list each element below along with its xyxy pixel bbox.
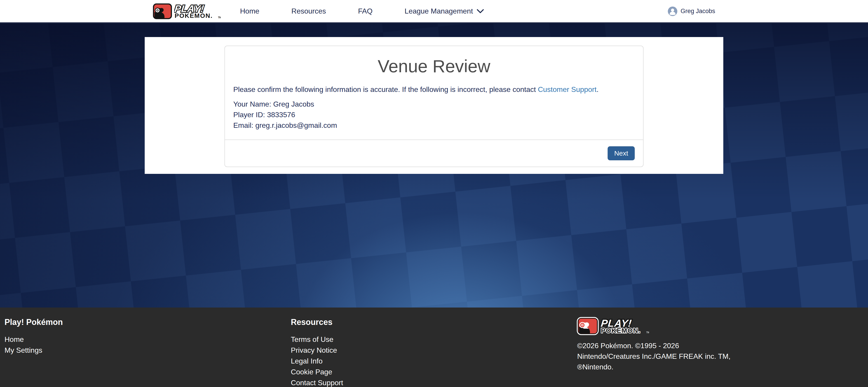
footer-link-privacy-notice[interactable]: Privacy Notice (291, 346, 577, 354)
footer-heading-play-pokemon: Play! Pokémon (4, 318, 291, 327)
confirmation-instructions: Please confirm the following information… (234, 85, 635, 94)
player-info-fields: Your Name: Greg Jacobs Player ID: 383357… (234, 99, 635, 131)
play-pokemon-wordmark: PLAY! POKÉMON. TM (174, 4, 221, 19)
footer-column-resources: Resources Terms of Use Privacy Notice Le… (291, 318, 577, 387)
card-footer: Next (225, 139, 643, 167)
nav-item-faq[interactable]: FAQ (358, 7, 373, 15)
footer-column-play-pokemon: Play! Pokémon Home My Settings (4, 318, 291, 387)
field-player-id-label: Player ID: (234, 110, 265, 119)
field-player-id-value: 3833576 (267, 110, 295, 119)
footer-link-terms-of-use[interactable]: Terms of Use (291, 335, 577, 344)
field-your-name: Your Name: Greg Jacobs (234, 99, 635, 109)
footer-link-cookie-page[interactable]: Cookie Page (291, 368, 577, 376)
nav-item-home[interactable]: Home (240, 7, 259, 15)
primary-nav: Home Resources FAQ League Management (240, 7, 485, 15)
field-email: Email: greg.r.jacobs@gmail.com (234, 120, 635, 131)
footer-link-contact-support[interactable]: Contact Support (291, 379, 577, 387)
field-email-value: greg.r.jacobs@gmail.com (255, 121, 337, 129)
nav-item-league-management[interactable]: League Management (405, 7, 484, 15)
intro-text-end: . (596, 85, 598, 94)
field-your-name-label: Your Name: (234, 100, 271, 108)
nav-item-league-management-label: League Management (405, 7, 473, 15)
svg-text:POKÉMON.: POKÉMON. (601, 327, 641, 334)
next-button[interactable]: Next (608, 146, 635, 160)
nav-item-resources[interactable]: Resources (291, 7, 326, 15)
copyright-line-3: ®Nintendo. (577, 363, 614, 371)
footer-play-pokemon-wordmark: PLAY! POKÉMON. TM (600, 318, 649, 334)
svg-text:POKÉMON.: POKÉMON. (175, 12, 213, 19)
footer-play-pokemon-logo: PLAY! POKÉMON. TM (577, 318, 864, 334)
footer-play-pokemon-badge-icon (577, 318, 598, 334)
user-avatar-icon (668, 6, 677, 16)
card-body: Venue Review Please confirm the followin… (225, 46, 643, 139)
svg-text:TM: TM (646, 331, 649, 334)
field-player-id: Player ID: 3833576 (234, 109, 635, 120)
site-footer: Play! Pokémon Home My Settings Resources… (0, 308, 868, 387)
field-email-label: Email: (234, 121, 253, 129)
copyright-line-2: Nintendo/Creatures Inc./GAME FREAK inc. … (577, 352, 731, 360)
footer-heading-resources: Resources (291, 318, 577, 327)
footer-link-home[interactable]: Home (4, 335, 291, 344)
footer-link-my-settings[interactable]: My Settings (4, 346, 291, 354)
user-name: Greg Jacobs (680, 8, 715, 15)
intro-text: Please confirm the following information… (234, 85, 538, 94)
top-navbar: PLAY! POKÉMON. TM Home Resources FAQ Lea… (0, 0, 868, 24)
footer-link-legal-info[interactable]: Legal Info (291, 357, 577, 365)
field-your-name-value: Greg Jacobs (273, 100, 314, 108)
copyright-line-1: ©2026 Pokémon. ©1995 - 2026 (577, 342, 679, 350)
footer-brand-column: PLAY! POKÉMON. TM ©2026 Pokémon. ©1995 -… (577, 318, 864, 387)
copyright-notice: ©2026 Pokémon. ©1995 - 2026 Nintendo/Cre… (577, 341, 864, 372)
venue-review-card: Venue Review Please confirm the followin… (224, 45, 644, 167)
user-menu[interactable]: Greg Jacobs (668, 6, 715, 16)
play-pokemon-logo[interactable]: PLAY! POKÉMON. TM (153, 3, 221, 19)
customer-support-link[interactable]: Customer Support (538, 85, 597, 94)
chevron-down-icon (476, 9, 484, 13)
content-panel: Venue Review Please confirm the followin… (145, 37, 723, 174)
page-title: Venue Review (234, 56, 635, 77)
svg-text:TM: TM (218, 16, 221, 19)
checkered-hero-background: Venue Review Please confirm the followin… (0, 24, 868, 308)
play-pokemon-badge-icon (153, 3, 172, 19)
